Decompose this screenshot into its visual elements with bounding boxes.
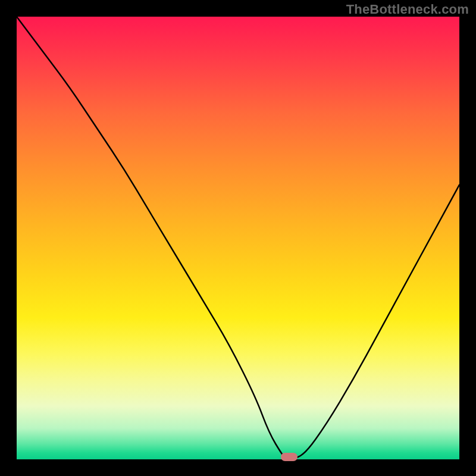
bottleneck-curve [17,17,459,459]
chart-frame: TheBottleneck.com [0,0,476,476]
watermark-text: TheBottleneck.com [346,2,469,17]
optimal-marker [281,453,298,461]
plot-area [17,17,459,459]
